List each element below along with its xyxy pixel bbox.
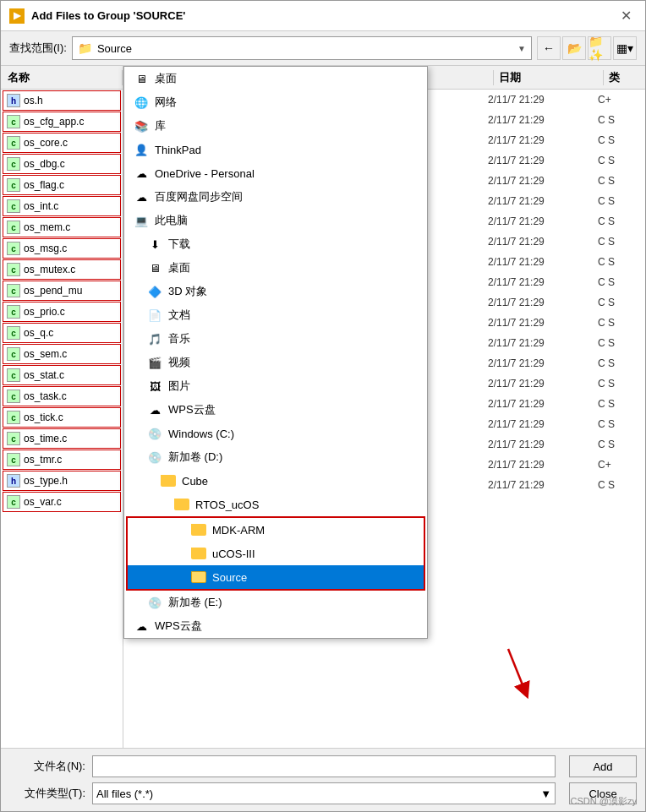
file-type: C S [598,439,640,450]
list-item[interactable]: cos_tmr.c [3,450,121,470]
folder-icon: 📄 [146,308,163,322]
list-item[interactable]: cos_dbg.c [3,154,121,174]
dropdown-item[interactable]: 🖥桌面 [124,256,427,280]
folder-icon: 🖥 [146,261,163,275]
dropdown-item[interactable]: MDK-ARM [128,518,424,542]
dropdown-item[interactable]: ☁百度网盘同步空间 [124,185,427,209]
up-folder-button[interactable]: 📂 [562,36,586,60]
dropdown-item[interactable]: ⬇下载 [124,232,427,256]
dropdown-item[interactable]: Source [128,565,424,589]
dropdown-item-label: 库 [155,118,166,134]
list-item[interactable]: cos_tick.c [3,407,121,428]
list-item[interactable]: cos_pend_mu [3,281,121,301]
dropdown-item[interactable]: Cube [124,469,427,493]
list-item[interactable]: cos_q.c [3,323,121,343]
list-item[interactable]: cos_prio.c [3,302,121,322]
file-type: C S [598,256,640,268]
c-file-icon: c [7,178,20,192]
folder-icon: 📁 [78,41,92,55]
close-icon[interactable]: ✕ [616,6,637,25]
list-item[interactable]: cos_mutex.c [3,259,121,280]
dialog: ▶ Add Files to Group 'SOURCE' ✕ 查找范围(I):… [0,0,646,812]
new-folder-button[interactable]: 📁✨ [588,36,611,60]
file-date: 2/11/7 21:29 [488,175,598,187]
dropdown-item[interactable]: 📚库 [124,114,427,138]
file-date: 2/11/7 21:29 [488,418,598,430]
file-type: C S [598,297,640,308]
c-file-icon: c [7,453,20,466]
dropdown-item[interactable]: 👤ThinkPad [124,138,427,161]
h-file-icon: h [7,94,20,107]
dropdown-item[interactable]: 🔷3D 对象 [124,280,427,303]
file-name: os_pend_mu [24,285,82,297]
file-list: hos.hcos_cfg_app.ccos_core.ccos_dbg.ccos… [1,90,123,512]
list-item[interactable]: hos_type.h [3,471,121,491]
back-button[interactable]: ← [537,36,561,60]
file-type: C S [598,479,640,491]
dropdown-item-label: WPS云盘 [168,402,216,417]
file-date: 2/11/7 21:29 [488,195,598,207]
c-file-icon: c [7,432,20,445]
dropdown-item[interactable]: 💿Windows (C:) [124,422,427,445]
file-type: C S [598,114,640,126]
filetype-dropdown[interactable]: All files (*.*) ▼ [92,782,556,804]
file-type: C S [598,357,640,369]
list-item[interactable]: cos_cfg_app.c [3,112,121,132]
dropdown-item[interactable]: uCOS-III [128,542,424,565]
list-item[interactable]: cos_msg.c [3,238,121,259]
dropdown-item[interactable]: 💻此电脑 [124,209,427,232]
file-name: os_int.c [24,200,58,212]
dropdown-item[interactable]: 🌐网络 [124,90,427,114]
dropdown-item[interactable]: 💿新加卷 (D:) [124,445,427,469]
filetype-chevron-icon: ▼ [540,787,551,800]
list-item[interactable]: cos_sem.c [3,344,121,364]
folder-icon: 🎬 [146,356,163,369]
list-item[interactable]: cos_stat.c [3,365,121,385]
c-file-icon: c [7,221,20,234]
view-toggle-button[interactable]: ▦▾ [613,36,637,60]
list-item[interactable]: cos_task.c [3,386,121,406]
file-date: 2/11/7 21:29 [488,114,598,126]
list-item[interactable]: cos_core.c [3,133,121,153]
list-item[interactable]: cos_time.c [3,428,121,449]
folder-icon: 🌐 [133,95,150,109]
file-date: 2/11/7 21:29 [488,398,598,410]
filename-input[interactable] [92,755,556,777]
title-bar: ▶ Add Files to Group 'SOURCE' ✕ [1,1,645,31]
watermark: CSDN @漠影zy [571,795,637,808]
path-dropdown[interactable]: 📁 Source ▼ [72,36,532,60]
list-item[interactable]: cos_var.c [3,492,121,512]
file-type: C S [598,276,640,288]
list-item[interactable]: cos_int.c [3,196,121,216]
dropdown-item[interactable]: 🖼图片 [124,374,427,398]
dropdown-item[interactable]: 🎵音乐 [124,327,427,351]
file-date: 2/11/7 21:29 [488,94,598,106]
list-item[interactable]: cos_mem.c [3,217,121,237]
dropdown-item-label: ThinkPad [155,144,201,156]
filetype-row: 文件类型(T): All files (*.*) ▼ Close [9,782,637,804]
file-type: C S [598,337,640,349]
dropdown-item[interactable]: ☁OneDrive - Personal [124,161,427,185]
path-text: Source [97,42,517,55]
toolbar-label: 查找范围(I): [9,41,67,56]
list-item[interactable]: hos.h [3,90,121,111]
folder-icon [190,570,207,584]
dropdown-item-label: 图片 [168,379,190,394]
file-type: C+ [598,459,640,471]
file-type: C S [598,418,640,430]
folder-icon: 🎵 [146,332,163,346]
list-item[interactable]: cos_flag.c [3,175,121,195]
file-name: os_tick.c [24,411,63,423]
dropdown-item[interactable]: RTOS_ucOS [124,493,427,516]
file-type: C S [598,215,640,227]
dropdown-item[interactable]: 📄文档 [124,303,427,327]
dropdown-item[interactable]: 💿新加卷 (E:) [124,591,427,614]
folder-icon: 💿 [146,450,163,464]
c-file-icon: c [7,411,20,424]
dropdown-item[interactable]: 🎬视频 [124,351,427,374]
dropdown-item[interactable]: ☁WPS云盘 [124,614,427,638]
dropdown-item-label: 文档 [168,308,190,323]
add-button[interactable]: Add [569,755,637,777]
dropdown-item[interactable]: 🖥桌面 [124,67,427,90]
dropdown-item[interactable]: ☁WPS云盘 [124,398,427,422]
